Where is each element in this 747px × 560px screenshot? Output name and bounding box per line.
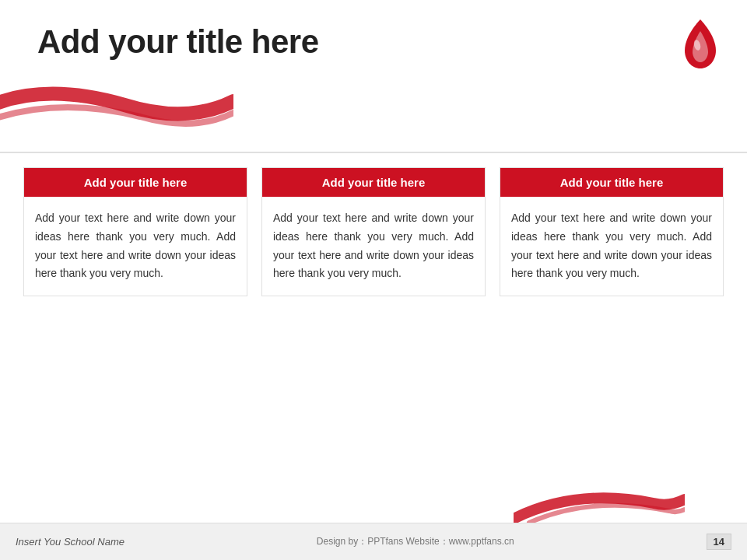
cards-area: Add your title here Add your text here a… xyxy=(23,167,724,296)
bottom-bar: Insert You School Name Design by：PPTfans… xyxy=(0,523,747,560)
card-2: Add your title here Add your text here a… xyxy=(261,167,486,296)
page-number: 14 xyxy=(707,534,731,550)
card-2-header: Add your title here xyxy=(262,168,485,197)
card-3-header: Add your title here xyxy=(500,168,723,197)
card-1: Add your title here Add your text here a… xyxy=(23,167,247,296)
card-1-body: Add your text here and write down your i… xyxy=(24,197,247,296)
card-3-body: Add your text here and write down your i… xyxy=(500,197,723,296)
school-name: Insert You School Name xyxy=(16,536,124,548)
card-2-body: Add your text here and write down your i… xyxy=(262,197,485,296)
swoosh-top-decoration xyxy=(0,62,233,132)
credits-text: Design by：PPTfans Website：www.pptfans.cn xyxy=(317,535,514,548)
main-title: Add your title here xyxy=(37,23,319,61)
card-1-header: Add your title here xyxy=(24,168,247,197)
divider-line xyxy=(0,152,747,153)
slide: Add your title here Add your title here … xyxy=(0,0,747,560)
logo-icon xyxy=(677,16,724,70)
top-area: Add your title here xyxy=(0,0,747,152)
swoosh-bottom-decoration xyxy=(514,484,685,523)
card-3: Add your title here Add your text here a… xyxy=(500,167,724,296)
